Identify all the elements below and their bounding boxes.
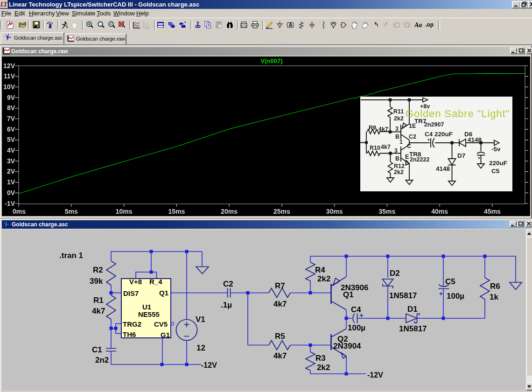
svg-text:R3: R3 [315, 354, 326, 363]
svg-text:220uF: 220uF [489, 160, 507, 167]
svg-text:10V: 10V [3, 83, 15, 91]
svg-text:5V: 5V [7, 136, 15, 143]
svg-text:R5: R5 [275, 332, 285, 341]
svg-text:.1µ: .1µ [221, 301, 232, 309]
svg-text:2k2: 2k2 [394, 115, 404, 122]
svg-text:7V: 7V [7, 115, 15, 122]
svg-text:4k7: 4k7 [378, 126, 388, 133]
svg-text:4k7: 4k7 [273, 300, 287, 308]
svg-text:R10: R10 [370, 145, 380, 151]
svg-text:.tran 1: .tran 1 [59, 251, 83, 260]
svg-text:C2: C2 [223, 280, 233, 288]
svg-text:2n2: 2n2 [95, 356, 109, 364]
svg-text:C1: C1 [92, 345, 102, 354]
svg-text:12V: 12V [3, 62, 15, 70]
svg-text:C5: C5 [445, 277, 455, 286]
svg-text:2n2907: 2n2907 [424, 121, 444, 128]
svg-text:3: 3 [394, 147, 398, 154]
svg-text:2N3904: 2N3904 [333, 342, 361, 350]
svg-text:2k2: 2k2 [394, 169, 404, 175]
svg-text:5ms: 5ms [65, 208, 78, 215]
svg-text:C4 220uF: C4 220uF [425, 131, 453, 138]
svg-text:2n2222: 2n2222 [410, 156, 429, 163]
svg-text:R2: R2 [93, 266, 103, 274]
svg-text:0V: 0V [7, 189, 15, 196]
svg-text:2V: 2V [7, 168, 15, 175]
svg-text:4148: 4148 [436, 165, 450, 172]
svg-text:R11: R11 [393, 108, 404, 115]
svg-text:-1V: -1V [5, 200, 15, 207]
svg-text:4k7: 4k7 [273, 351, 287, 360]
svg-text:1E: 1E [409, 123, 416, 129]
svg-text:40ms: 40ms [431, 208, 448, 215]
svg-text:2k2: 2k2 [317, 363, 330, 372]
svg-text:1V: 1V [7, 178, 15, 186]
svg-text:D2: D2 [390, 269, 400, 278]
svg-text:12: 12 [196, 343, 205, 352]
svg-text:8V: 8V [7, 104, 15, 112]
svg-text:R_4: R_4 [149, 278, 162, 286]
svg-text:V+8: V+8 [129, 278, 142, 286]
svg-text:C5: C5 [491, 168, 500, 175]
svg-text:4V: 4V [7, 147, 15, 154]
svg-text:3V: 3V [7, 157, 15, 165]
svg-text:NE555: NE555 [138, 310, 160, 318]
svg-text:R1: R1 [93, 296, 104, 305]
svg-text:45ms: 45ms [484, 208, 501, 215]
svg-text:.op: .op [425, 21, 434, 28]
svg-text:B: B [395, 155, 399, 162]
svg-text:E: E [405, 154, 409, 160]
svg-text:3: 3 [395, 126, 399, 132]
svg-text:10ms: 10ms [116, 208, 133, 215]
svg-text:R7: R7 [275, 281, 285, 290]
svg-text:1: 1 [399, 139, 403, 145]
svg-text:-5v: -5v [491, 146, 501, 153]
svg-text:15ms: 15ms [168, 208, 185, 215]
svg-text:Q1: Q1 [343, 290, 354, 299]
svg-text:DIS7: DIS7 [123, 289, 139, 297]
svg-text:V1: V1 [196, 315, 205, 324]
svg-text:-12V: -12V [367, 371, 383, 379]
svg-text:20ms: 20ms [221, 208, 238, 215]
svg-text:A: A [289, 22, 292, 28]
svg-text:39k: 39k [90, 277, 103, 286]
svg-text:11V: 11V [4, 72, 15, 80]
svg-text:TRG2: TRG2 [123, 320, 141, 328]
svg-text:4k7: 4k7 [381, 144, 391, 150]
svg-text:B: B [395, 133, 399, 140]
svg-text:C4: C4 [351, 305, 361, 314]
svg-text:-12V: -12V [201, 361, 217, 369]
svg-text:R12: R12 [394, 163, 405, 169]
svg-text:V(n007): V(n007) [261, 57, 283, 64]
svg-text:D7: D7 [457, 152, 465, 159]
svg-text:9V: 9V [7, 94, 15, 101]
svg-text:1k: 1k [490, 293, 498, 301]
svg-text:U1: U1 [142, 303, 151, 311]
svg-text:D1: D1 [407, 305, 418, 314]
svg-text:6V: 6V [7, 126, 15, 133]
svg-text:R4: R4 [315, 266, 325, 274]
svg-text:1N5817: 1N5817 [389, 291, 417, 300]
svg-text:Q1: Q1 [159, 289, 168, 297]
svg-text:G1: G1 [161, 331, 170, 339]
svg-text:C2: C2 [409, 133, 416, 140]
svg-text:4k7: 4k7 [92, 307, 105, 315]
svg-text:CV5: CV5 [154, 320, 168, 328]
svg-text:100µ: 100µ [348, 323, 365, 332]
svg-text:Aa: Aa [414, 21, 422, 28]
svg-text:25ms: 25ms [273, 208, 290, 215]
svg-text:2k2: 2k2 [317, 274, 330, 283]
svg-text:R6: R6 [490, 282, 500, 291]
svg-text:R9: R9 [369, 125, 376, 131]
svg-text:4148: 4148 [468, 136, 482, 143]
svg-text:1N5817: 1N5817 [399, 324, 427, 333]
svg-text:+8v: +8v [420, 103, 430, 110]
svg-text:TH6: TH6 [123, 330, 136, 338]
svg-text:30ms: 30ms [326, 208, 343, 215]
svg-text:35ms: 35ms [378, 208, 395, 215]
svg-text:0ms: 0ms [13, 208, 26, 215]
svg-text:100µ: 100µ [447, 292, 464, 301]
svg-text:C: C [407, 143, 411, 149]
